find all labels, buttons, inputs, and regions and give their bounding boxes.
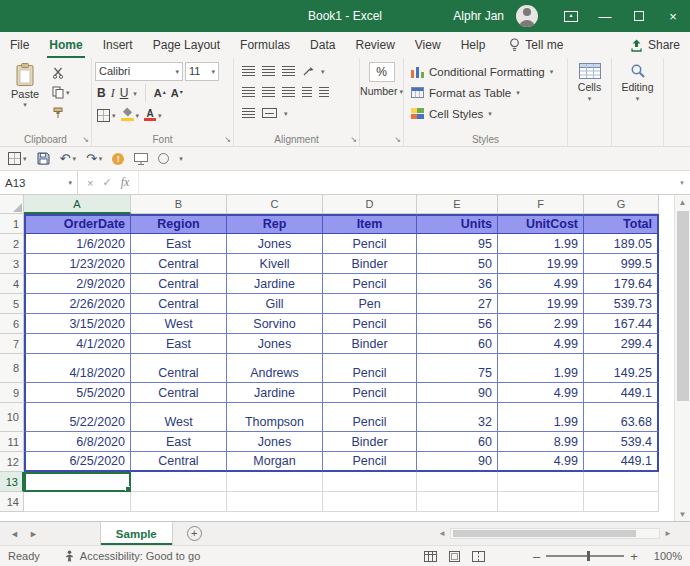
cell-A3[interactable]: 1/23/2020 [24,254,131,274]
row-header-2[interactable]: 2 [0,234,24,254]
decrease-indent-button[interactable] [302,87,312,97]
page-layout-view-icon[interactable] [448,551,461,562]
cell-G10[interactable]: 63.68 [584,403,659,432]
qat-customize-button[interactable]: ▾ [179,155,183,162]
cell-B11[interactable]: East [131,432,227,452]
vertical-scrollbar-thumb[interactable] [677,211,689,401]
cell-E4[interactable]: 36 [417,274,498,294]
cell-C8[interactable]: Andrews [227,354,323,383]
qat-save-button[interactable] [37,152,50,165]
wrap-text-button[interactable] [242,108,255,118]
cell-D11[interactable]: Binder [323,432,417,452]
cell-D10[interactable]: Pencil [323,403,417,432]
next-sheet-button[interactable]: ► [29,529,38,539]
cell-A2[interactable]: 1/6/2020 [24,234,131,254]
accessibility-status[interactable]: Accessibility: Good to go [64,550,200,563]
qat-monitor-button[interactable] [134,153,148,165]
font-color-button[interactable]: A▾ [144,108,162,123]
cell-C7[interactable]: Jones [227,334,323,354]
share-button[interactable]: Share [630,32,680,58]
row-header-13[interactable]: 13 [0,472,24,492]
cell-B13[interactable] [131,472,227,492]
insert-function-button[interactable]: fx [121,175,130,190]
row-header-4[interactable]: 4 [0,274,24,294]
column-header-C[interactable]: C [227,195,323,214]
cell-E1[interactable]: Units [417,214,498,234]
format-as-table-button[interactable]: Format as Table▾ [407,82,564,103]
align-middle-button[interactable] [262,66,275,76]
cell-E5[interactable]: 27 [417,294,498,314]
tab-page-layout[interactable]: Page Layout [143,32,230,58]
paste-button[interactable]: Paste ▾ [3,61,47,131]
user-avatar[interactable] [516,5,538,27]
cell-F12[interactable]: 4.99 [498,452,584,472]
cell-E9[interactable]: 90 [417,383,498,403]
cell-E8[interactable]: 75 [417,354,498,383]
maximize-button[interactable] [622,0,656,32]
scroll-left-button[interactable]: ◄ [438,529,446,538]
row-header-6[interactable]: 6 [0,314,24,334]
cell-E10[interactable]: 32 [417,403,498,432]
zoom-out-button[interactable]: – [527,549,546,564]
merge-center-button[interactable] [262,108,277,118]
row-header-11[interactable]: 11 [0,432,24,452]
column-header-E[interactable]: E [417,195,498,214]
cell-C6[interactable]: Sorvino [227,314,323,334]
font-dialog-launcher[interactable]: ↘ [224,136,231,144]
cell-F8[interactable]: 1.99 [498,354,584,383]
cell-B8[interactable]: Central [131,354,227,383]
column-header-D[interactable]: D [323,195,417,214]
scroll-down-button[interactable]: ▼ [679,507,687,521]
cell-B12[interactable]: Central [131,452,227,472]
row-header-9[interactable]: 9 [0,383,24,403]
cell-B4[interactable]: Central [131,274,227,294]
row-header-5[interactable]: 5 [0,294,24,314]
cell-A4[interactable]: 2/9/2020 [24,274,131,294]
align-center-button[interactable] [262,87,275,97]
cell-A5[interactable]: 2/26/2020 [24,294,131,314]
prev-sheet-button[interactable]: ◄ [10,529,19,539]
cell-B7[interactable]: East [131,334,227,354]
cell-B9[interactable]: Central [131,383,227,403]
cell-D4[interactable]: Pencil [323,274,417,294]
tell-me-button[interactable]: Tell me [509,32,563,58]
scroll-right-button[interactable]: ► [664,529,672,538]
increase-font-size-button[interactable]: A▴ [154,87,166,99]
cell-F10[interactable]: 1.99 [498,403,584,432]
cell-D8[interactable]: Pencil [323,354,417,383]
cell-E13[interactable] [417,472,498,492]
cell-B3[interactable]: Central [131,254,227,274]
cell-B5[interactable]: Central [131,294,227,314]
tab-file[interactable]: File [0,32,39,58]
cell-F11[interactable]: 8.99 [498,432,584,452]
decrease-font-size-button[interactable]: A▾ [171,87,183,99]
cell-G12[interactable]: 449.1 [584,452,659,472]
increase-indent-button[interactable] [319,87,329,97]
align-left-button[interactable] [242,87,255,97]
sheet-tab-sample[interactable]: Sample [100,522,173,545]
cell-G3[interactable]: 999.5 [584,254,659,274]
cells-group-button[interactable]: Cells ▾ [568,58,612,146]
cell-F6[interactable]: 2.99 [498,314,584,334]
normal-view-icon[interactable] [424,551,437,562]
name-box[interactable]: A13▾ [0,171,78,194]
cell-G1[interactable]: Total [584,214,659,234]
borders-button[interactable]: ▾ [97,108,116,123]
cell-A8[interactable]: 4/18/2020 [24,354,131,383]
cell-C11[interactable]: Jones [227,432,323,452]
cell-B14[interactable] [131,492,227,512]
cell-C9[interactable]: Jardine [227,383,323,403]
italic-button[interactable]: I [111,86,115,101]
user-name[interactable]: Alphr Jan [453,9,504,23]
minimize-button[interactable]: — [588,0,622,32]
cell-A11[interactable]: 6/8/2020 [24,432,131,452]
vertical-scrollbar[interactable]: ▲ ▼ [674,195,690,521]
zoom-slider-thumb[interactable] [587,551,590,561]
cell-C14[interactable] [227,492,323,512]
cell-C1[interactable]: Rep [227,214,323,234]
cell-styles-button[interactable]: Cell Styles▾ [407,103,564,124]
font-size-select[interactable]: 11▾ [185,62,219,81]
cell-G14[interactable] [584,492,659,512]
page-break-view-icon[interactable] [472,551,485,562]
cell-A13[interactable] [24,472,131,492]
